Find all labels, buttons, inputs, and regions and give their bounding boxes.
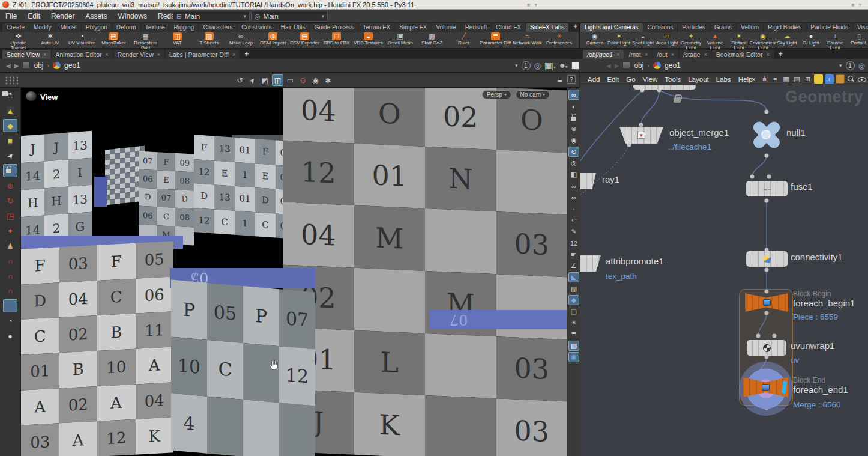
add-pane-tab-button[interactable]: + [774,49,787,59]
node-label[interactable]: null1 [786,127,806,138]
menu-item[interactable]: Edit [603,76,622,83]
tool-auto-uv[interactable]: ✱ Auto UV [34,32,66,46]
close-icon[interactable]: × [106,52,109,58]
node-clipped-top[interactable] [633,85,696,90]
list-icon[interactable]: ≡ [771,74,780,84]
pane-tab[interactable]: /stage × [679,50,711,59]
rotate-icon[interactable]: ↻ [3,194,17,207]
pane-grip-icon[interactable] [5,76,18,85]
tool-spot-light[interactable]: ◒ Spot Light [631,32,655,46]
marquee-select-icon[interactable]: ▭ [285,74,296,86]
shelf-tab[interactable]: Particle Fluids [806,23,852,32]
tool-geometry-light[interactable]: ✦ Geometry Light [679,32,703,51]
shelf-tab[interactable]: Cloud FX [492,23,525,32]
tool-mapsbaker[interactable]: ▤ MapsBaker [98,32,130,46]
pose-icon[interactable]: ✦ [3,224,17,237]
organize-icon[interactable]: ⋔ [760,74,769,84]
node-uvunwrap1[interactable] [747,340,786,356]
menu-item[interactable]: Assets [80,10,112,22]
snapshot-icon[interactable]: ◉ [310,74,321,86]
menu-item[interactable]: Layout [684,76,713,83]
lasso-select-icon[interactable]: ⊖ [297,74,309,86]
pane-menu-icon[interactable]: ▾ [858,2,861,8]
fan-icon[interactable]: ✳ [568,318,579,328]
display-options-icon[interactable]: ✱ [322,74,334,86]
back-icon[interactable]: ◀ [606,62,611,69]
menu-item[interactable]: Edit [22,10,46,22]
menu-item[interactable]: Tools [661,76,684,83]
tool-ruler[interactable]: ╱ Ruler [448,32,480,46]
desktop-selector[interactable]: ⊞ Main ▾ [173,11,250,22]
color-swatch[interactable] [571,62,579,70]
menu-item[interactable]: File [0,10,22,22]
tool-start-goz[interactable]: ▩ Start GoZ [416,32,448,46]
hook-icon[interactable]: ↩ [568,215,579,225]
close-icon[interactable]: × [671,52,674,58]
lock-camera-icon[interactable] [568,112,579,123]
view-tool-icon[interactable]: ↺ [234,74,246,86]
snapshot-count-badge[interactable]: 1 [522,61,531,70]
maximize-pane-icon[interactable]: ■ [527,2,530,8]
shelf-tab[interactable]: Hair Utils [277,23,310,32]
shelf-tab[interactable]: Rigid Bodies [764,23,806,32]
add-image-icon[interactable]: + [825,74,834,84]
node-label[interactable]: ray1 [602,174,619,184]
shelf-tab[interactable]: Simple FX [395,23,431,32]
shelf-tab[interactable]: Texture [141,23,169,32]
tool-area-light[interactable]: π Area Light [655,32,679,46]
pane-tab[interactable]: Scene View × [2,50,51,59]
hand-tool-icon[interactable]: ☛ [568,249,579,260]
shelf-tab[interactable]: Deform [112,23,140,32]
uv-select-icon[interactable]: ◫ [272,74,283,86]
handles-tool-icon[interactable]: ◩ [259,74,271,86]
menu-item[interactable]: Add [584,76,603,83]
tool-sky-light[interactable]: ☁ Sky Light [775,32,799,46]
tool-parameter-diff[interactable]: ≣ Parameter Diff [480,32,511,46]
tool-distant-light[interactable]: ☀ Distant Light [727,32,751,51]
show-box-icon[interactable]: ■ [3,134,17,147]
close-icon[interactable]: × [157,52,160,58]
show-objects-icon[interactable]: ▲ [3,104,17,117]
close-icon[interactable]: × [704,52,707,58]
snap-prim-magnet-icon[interactable]: ∩ [3,269,17,282]
frame-count-icon[interactable]: 12 [568,238,579,248]
eye-icon[interactable] [857,74,866,84]
shelf-tab[interactable]: Guide Process [310,23,358,32]
node-label[interactable]: fuse1 [791,181,813,192]
tool-camera[interactable]: ◉ Camera [583,32,607,46]
shelf-overflow-icon[interactable]: ▾ [574,24,577,30]
menu-item[interactable]: View [639,76,662,83]
menu-item[interactable]: Windows [112,10,152,22]
shelf-tab[interactable]: Particles [678,23,709,32]
tool-gi-light[interactable]: ● GI Light [799,32,823,46]
camera-icon[interactable] [3,299,17,312]
forward-icon[interactable]: ▶ [615,62,619,69]
pane-tab[interactable]: Animation Editor × [52,50,113,59]
breadcrumb-root[interactable]: obj [34,61,43,70]
shading-mode-icon[interactable]: ●▾ [559,60,568,71]
geometry-display-icon[interactable]: ▣▾ [544,60,556,71]
shelf-tab[interactable]: Volume [432,23,460,32]
location-icon[interactable]: ◉ [568,352,579,362]
pane-tab[interactable]: Render View × [113,50,164,59]
path-menu-icon[interactable]: ▾ [839,62,842,68]
node-label[interactable]: uvunwrap1 [791,341,834,351]
sequence-icon[interactable]: ≣ [568,329,579,339]
node-fuse1[interactable]: →← [746,181,788,196]
tool-volume-light[interactable]: ▲ Volume Light [703,32,727,51]
node-connectivity1[interactable] [746,251,788,267]
camera-button[interactable]: No cam▾ [516,90,550,99]
viewer-selector[interactable]: ◎ Main ▾ [251,11,328,22]
ghost-glasses-icon[interactable]: ∞ [568,192,579,202]
breadcrumb-node[interactable]: geo1 [64,61,80,70]
node-label[interactable]: foreach_end1 [793,385,848,395]
select-tool-icon[interactable]: ➤ [247,74,258,86]
divider-dot-icon[interactable]: · [568,204,579,214]
overlay-window-icon[interactable]: ⊞ [803,74,812,84]
pane-tab[interactable]: /obj/geo1 × [583,50,624,59]
tool-osm-import[interactable]: ◎ OSM Import [257,32,289,46]
shelf-tab[interactable]: Rigging [169,23,198,32]
group-select-icon[interactable]: ▢ [568,306,579,317]
back-icon[interactable]: ◀ [6,62,11,69]
headlight-icon[interactable]: ⊙ [568,147,579,157]
